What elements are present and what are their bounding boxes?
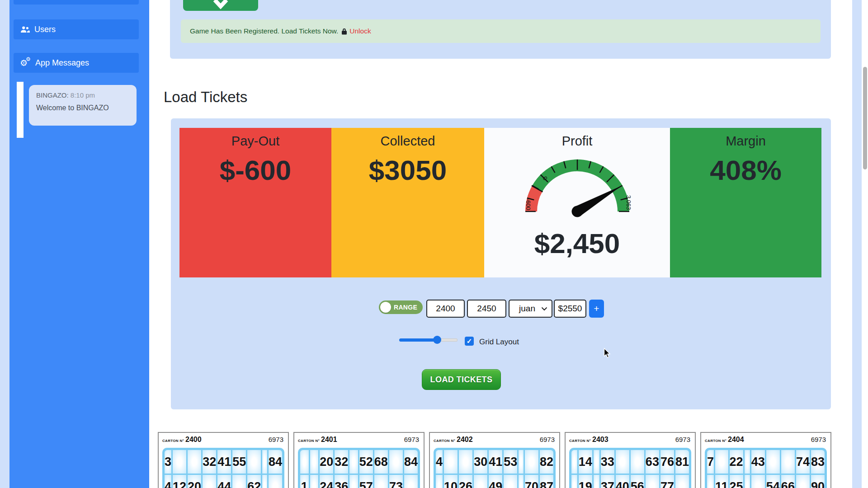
bingo-cell: 3 <box>165 450 171 474</box>
bingo-cell <box>262 450 267 474</box>
ticket-from-input[interactable] <box>426 300 465 318</box>
bingo-cell: 26 <box>459 475 472 488</box>
bingo-cell: 49 <box>489 475 502 488</box>
bingo-cell: 30 <box>474 450 487 474</box>
bingo-cell: 12 <box>173 475 186 488</box>
stat-value: $-600 <box>179 156 331 184</box>
chevron-down-icon <box>212 0 230 10</box>
app-message-card: BINGAZO: 8:10 pm Welcome to BINGAZO <box>29 85 137 126</box>
ticket-to-input[interactable] <box>467 300 506 318</box>
bingo-cell: 90 <box>811 475 825 488</box>
card-grid: 2032526884124365773 <box>298 448 420 488</box>
lock-icon <box>341 28 347 35</box>
stat-label: Collected <box>331 133 484 149</box>
bingo-cell <box>745 475 750 488</box>
card-header: CARTON N°24006973 <box>162 436 284 446</box>
bingo-card[interactable]: CARTON N°240269734304153821026497087 <box>429 432 560 488</box>
bingo-cell <box>519 450 524 474</box>
tickets-row: CARTON N°24006973332415584412204462CARTO… <box>158 432 831 488</box>
bingo-cell <box>404 475 418 488</box>
stat-payout: Pay-Out $-600 <box>179 128 331 277</box>
scrollbar-thumb[interactable] <box>863 67 867 169</box>
bingo-cell: 22 <box>730 450 743 474</box>
card-serial: 6973 <box>811 436 826 443</box>
card-serial: 6973 <box>269 436 283 443</box>
carton-label: CARTON N° <box>705 439 726 443</box>
card-grid: 7224374831125546690 <box>705 448 827 488</box>
add-button[interactable]: + <box>589 300 604 318</box>
sidebar-item-users[interactable]: Users <box>14 19 139 39</box>
bingo-cell <box>766 450 780 474</box>
stat-collected: Collected $3050 <box>331 128 484 277</box>
load-tickets-panel: Pay-Out $-600 Collected $3050 Profit -60… <box>171 118 831 409</box>
seller-select[interactable]: juan <box>509 300 552 318</box>
sidebar-item-label: Users <box>34 25 56 34</box>
bingo-card[interactable]: CARTON N°240169732032526884124365773 <box>293 432 425 488</box>
grid-layout-checkbox[interactable] <box>465 337 474 346</box>
bingo-cell <box>349 475 358 488</box>
bingo-cell <box>389 450 403 474</box>
bingo-card[interactable]: CARTON N°2403697314336376811937405677 <box>565 432 696 488</box>
bingo-cell: 54 <box>766 475 780 488</box>
carton-number: 2404 <box>728 436 744 443</box>
bingo-cell: 83 <box>811 450 825 474</box>
card-header: CARTON N°24016973 <box>298 436 420 446</box>
bingo-cell <box>675 475 689 488</box>
bingo-cell <box>616 450 629 474</box>
bingo-cell: 55 <box>232 450 246 474</box>
bingo-cell: 14 <box>579 450 592 474</box>
carton-number: 2400 <box>185 436 202 443</box>
bingo-cell <box>525 450 538 474</box>
bingo-cell <box>310 475 319 488</box>
bingo-card[interactable]: CARTON N°24006973332415584412204462 <box>158 432 289 488</box>
bingo-cell: 82 <box>540 450 553 474</box>
left-edge-strip <box>0 0 9 488</box>
carton-number: 2403 <box>592 436 609 443</box>
bingo-cell <box>571 475 577 488</box>
bingo-cell: 24 <box>320 475 333 488</box>
price-input[interactable] <box>554 300 586 318</box>
bingo-cell <box>594 450 599 474</box>
range-toggle[interactable]: RANGE <box>379 300 423 314</box>
bingo-cell <box>646 475 659 488</box>
stat-label: Pay-Out <box>179 133 331 149</box>
carton-label: CARTON N° <box>569 439 591 443</box>
card-serial: 6973 <box>540 436 555 443</box>
bingo-cell <box>474 475 487 488</box>
sidebar-item-partial[interactable] <box>14 0 139 5</box>
bingo-cell <box>269 475 282 488</box>
bingo-cell <box>715 450 728 474</box>
register-game-button[interactable] <box>183 0 258 11</box>
bingo-cell: 76 <box>660 450 674 474</box>
bingo-cell <box>310 450 319 474</box>
card-grid: 14336376811937405677 <box>569 448 691 488</box>
unlock-link[interactable]: Unlock <box>349 27 371 35</box>
alert-text: Game Has Been Registered. Load Tickets N… <box>190 27 338 35</box>
bingo-cell <box>781 450 795 474</box>
bingo-cell: 33 <box>601 450 614 474</box>
sidebar-item-app-messages[interactable]: ⚙⚙ App Messages <box>14 53 139 73</box>
carton-label: CARTON N° <box>298 439 320 443</box>
grid-layout-label: Grid Layout <box>479 338 519 347</box>
bingo-cell <box>232 475 246 488</box>
bingo-cell <box>519 475 524 488</box>
slider-thumb[interactable] <box>433 336 441 344</box>
toggle-knob[interactable] <box>380 302 391 313</box>
bingo-card[interactable]: CARTON N°240469737224374831125546690 <box>700 432 831 488</box>
load-tickets-button[interactable]: LOAD TICKETS <box>422 369 501 390</box>
card-grid: 4304153821026497087 <box>434 448 556 488</box>
bingo-cell: 70 <box>525 475 538 488</box>
stat-label: Margin <box>670 133 821 149</box>
slider-fill <box>399 338 437 342</box>
card-serial: 6973 <box>675 436 690 443</box>
bingo-cell <box>631 450 644 474</box>
success-alert: Game Has Been Registered. Load Tickets N… <box>181 19 821 43</box>
bingo-cell: 84 <box>269 450 282 474</box>
size-slider[interactable] <box>399 338 458 342</box>
bingo-cell: 84 <box>404 450 418 474</box>
bingo-cell: 73 <box>389 475 403 488</box>
bingo-cell: 81 <box>675 450 689 474</box>
users-icon <box>20 26 30 33</box>
stat-label: Profit <box>484 133 670 149</box>
bingo-cell: 53 <box>504 450 517 474</box>
